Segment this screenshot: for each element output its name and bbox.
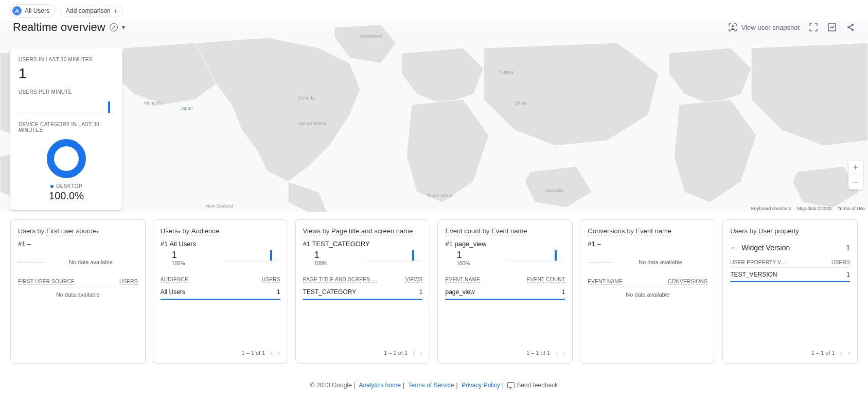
card-title[interactable]: Event count by Event name (445, 227, 565, 235)
share-button[interactable] (846, 23, 855, 32)
sparkline (365, 248, 421, 261)
property-count: 1 (846, 244, 850, 252)
feedback-icon (507, 382, 515, 388)
no-data-message: No data available (18, 291, 138, 298)
pager-next[interactable]: › (563, 349, 565, 357)
card-sub: 100% (314, 261, 423, 266)
pager: 1 – 1 of 1 ‹ › (526, 349, 565, 357)
terms-of-use-link[interactable]: Terms of Use (838, 206, 865, 211)
realtime-overview-card: USERS IN LAST 30 MINUTES 1 USERS PER MIN… (10, 48, 122, 210)
zoom-in-button[interactable]: + (848, 161, 863, 175)
card-users-by-first-source: Users by First user source▾ #1 – No data… (10, 219, 146, 364)
sparkline (223, 248, 279, 261)
svg-text:United States: United States (298, 121, 327, 126)
map-zoom-control: + − (848, 161, 863, 190)
users-30min-value: 1 (19, 65, 114, 82)
card-rank: #1 TEST_CATEGORY (303, 240, 423, 248)
card-users-by-audience: Users▾ by Audience #1 All Users 1 100% A… (153, 219, 288, 364)
card-sub: 100% (172, 261, 280, 266)
view-user-snapshot-button[interactable]: View user snapshot (728, 23, 800, 32)
pager-prev[interactable]: ‹ (840, 349, 843, 357)
svg-text:New Zealand: New Zealand (206, 203, 233, 209)
property-name: Widget Version (741, 244, 846, 252)
person-focus-icon (728, 23, 737, 32)
card-rank: #1 – (588, 240, 707, 248)
chevron-down-icon[interactable]: ▾ (122, 24, 125, 31)
insights-icon (827, 23, 837, 32)
insights-button[interactable] (827, 23, 837, 32)
pager-prev[interactable]: ‹ (270, 349, 273, 357)
share-icon (846, 23, 855, 32)
sparkline (507, 248, 564, 261)
pager-prev[interactable]: ‹ (413, 349, 415, 357)
card-title[interactable]: Users▾ by Audience (161, 227, 280, 235)
pager-prev[interactable]: ‹ (555, 349, 558, 357)
users-per-minute-chart (19, 98, 114, 113)
users-30min-label: USERS IN LAST 30 MINUTES (19, 57, 114, 62)
card-rank: #1 page_view (445, 240, 565, 248)
zoom-out-button[interactable]: − (848, 175, 863, 190)
pager-next[interactable]: › (847, 349, 850, 357)
svg-text:Mongolia: Mongolia (144, 100, 163, 106)
footer: © 2023 Google| Analytics home| Terms of … (0, 371, 868, 404)
svg-text:Russia: Russia (499, 70, 513, 75)
analytics-home-link[interactable]: Analytics home (359, 382, 401, 389)
pager-next[interactable]: › (420, 349, 423, 357)
keyboard-shortcuts-link[interactable]: Keyboard shortcuts (751, 206, 791, 211)
svg-text:Australia: Australia (545, 188, 563, 193)
no-data-message: No data available (588, 291, 707, 298)
world-map[interactable]: Canada United States Greenland Russia Ch… (0, 22, 868, 212)
svg-text:South Africa: South Africa (427, 193, 452, 198)
card-sub: 100% (456, 261, 565, 266)
svg-point-2 (847, 26, 849, 28)
fullscreen-button[interactable] (809, 23, 818, 32)
card-event-count: Event count by Event name #1 page_view 1… (437, 219, 573, 364)
segment-chip[interactable]: A All Users (10, 4, 55, 18)
card-conversions: Conversions by Event name #1 – No data a… (580, 219, 715, 364)
card-rank: #1 – (18, 240, 138, 248)
send-feedback-button[interactable]: Send feedback (507, 382, 558, 389)
check-icon: ✓ (110, 23, 118, 31)
segment-name: All Users (25, 7, 49, 14)
svg-text:Japan: Japan (180, 106, 193, 111)
map-attribution: Keyboard shortcuts Map data ©2023 Terms … (751, 206, 865, 211)
card-title[interactable]: Conversions by Event name (588, 227, 707, 235)
device-legend: DESKTOP (50, 183, 82, 189)
pager-next[interactable]: › (278, 349, 280, 357)
svg-text:Canada: Canada (298, 95, 315, 100)
card-title[interactable]: Views by Page title and screen name (303, 227, 423, 235)
device-category-label: DEVICE CATEGORY IN LAST 30 MINUTES (19, 122, 114, 133)
card-title[interactable]: Users by User property (730, 227, 850, 235)
back-arrow-icon[interactable]: ← (730, 243, 738, 252)
card-rank: #1 All Users (161, 240, 280, 248)
pager: 1 – 1 of 1 ‹ › (241, 349, 280, 357)
table-row[interactable]: All Users1 (161, 285, 280, 300)
svg-text:China: China (515, 100, 527, 106)
card-users-by-property: Users by User property ← Widget Version … (722, 219, 858, 364)
page-title: Realtime overview ✓ ▾ (13, 21, 125, 34)
table-row[interactable]: TEST_CATEGORY1 (303, 285, 423, 300)
device-percentage: 100.0% (49, 190, 84, 202)
table-row[interactable]: TEST_VERSION1 (730, 268, 850, 282)
pager: 1 – 1 of 1 ‹ › (384, 349, 422, 357)
segment-badge: A (12, 6, 22, 15)
tos-link[interactable]: Terms of Service (408, 382, 454, 389)
pager: 1 – 1 of 1 ‹ › (811, 349, 850, 357)
plus-icon: + (114, 7, 118, 15)
map-data-label: Map data ©2023 (797, 206, 831, 211)
device-donut-chart (47, 139, 86, 178)
fullscreen-icon (809, 23, 818, 32)
privacy-link[interactable]: Privacy Policy (462, 382, 500, 389)
card-title[interactable]: Users by First user source▾ (18, 227, 138, 235)
svg-point-0 (732, 25, 734, 27)
add-comparison-button[interactable]: Add comparison + (60, 5, 123, 17)
users-per-minute-label: USERS PER MINUTE (19, 89, 114, 95)
table-row[interactable]: page_view1 (445, 285, 565, 300)
card-views-by-page: Views by Page title and screen name #1 T… (295, 219, 431, 364)
